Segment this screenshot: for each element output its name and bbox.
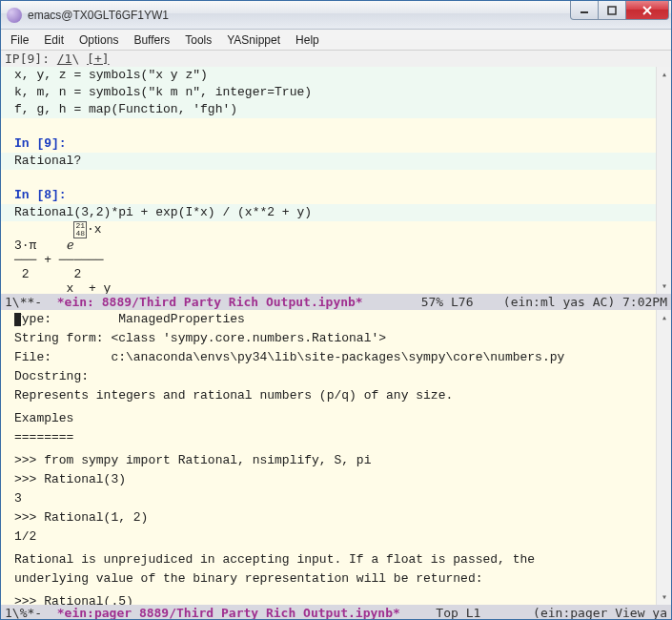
maximize-button[interactable]: [598, 1, 626, 20]
pager-pane[interactable]: Type: ManagedProperties String form: <cl…: [1, 310, 671, 605]
menu-edit[interactable]: Edit: [44, 33, 64, 47]
menu-yasnippet[interactable]: YASnippet: [227, 33, 280, 47]
blank-line: [1, 170, 671, 187]
window-titlebar: emacs@TX0GLT6GF1YW1: [1, 1, 671, 30]
doc-line: String form: <class 'sympy.core.numbers.…: [1, 329, 671, 348]
menu-options[interactable]: Options: [79, 33, 118, 47]
scrollbar[interactable]: ▴ ▾: [656, 310, 671, 605]
cursor: [14, 313, 21, 326]
menu-help[interactable]: Help: [295, 33, 319, 47]
input-prompt: In [9]:: [1, 135, 671, 153]
scrollbar[interactable]: ▴ ▾: [656, 67, 671, 294]
menu-bar: File Edit Options Buffers Tools YASnippe…: [1, 30, 671, 51]
scroll-up-icon[interactable]: ▴: [657, 310, 671, 325]
doc-line: Rational is unprejudiced in accepting in…: [1, 550, 671, 569]
scroll-down-icon[interactable]: ▾: [657, 589, 671, 605]
modeline-info: Top L1 (ein:pager View ya: [414, 606, 667, 620]
minimize-button[interactable]: [570, 1, 599, 20]
menu-file[interactable]: File: [10, 33, 29, 47]
doc-line: Represents integers and rational numbers…: [1, 386, 671, 405]
modeline-status: 1\**-: [5, 295, 57, 309]
code-line: Rational(3,2)*pi + exp(I*x) / (x**2 + y): [1, 204, 671, 221]
buffer-name: *ein:pager 8889/Third Party Rich Output.…: [57, 606, 400, 620]
menu-tools[interactable]: Tools: [185, 33, 212, 47]
modeline-info: 57% L76 (ein:ml yas AC) 7:02PM: [398, 295, 667, 309]
doc-line: >>> Rational(3): [1, 470, 671, 489]
doc-line: Examples: [1, 409, 671, 428]
menu-buffers[interactable]: Buffers: [133, 33, 170, 47]
code-line: x, y, z = symbols("x y z"): [1, 67, 671, 84]
blank-line: [1, 118, 671, 135]
emacs-icon: [7, 8, 22, 23]
notebook-pane[interactable]: x, y, z = symbols("x y z") k, m, n = sym…: [1, 67, 671, 294]
doc-line: Type: ManagedProperties: [1, 310, 671, 329]
scroll-down-icon[interactable]: ▾: [657, 279, 671, 294]
doc-line: 1/2: [1, 527, 671, 547]
doc-line: underlying value of the binary represent…: [1, 569, 671, 589]
output-line: x + y: [1, 281, 671, 294]
scroll-up-icon[interactable]: ▴: [657, 67, 671, 82]
close-button[interactable]: [625, 1, 669, 20]
window-controls: [571, 1, 669, 20]
output-line: 2 2: [1, 267, 671, 281]
doc-line: 3: [1, 489, 671, 508]
doc-line: ========: [1, 428, 671, 447]
doc-line: Docstring:: [1, 367, 671, 386]
tab-add[interactable]: [+]: [87, 52, 109, 66]
doc-line: File: c:\anaconda\envs\py34\lib\site-pac…: [1, 348, 671, 367]
mode-line-top: 1\**- *ein: 8889/Third Party Rich Output…: [1, 294, 671, 310]
workspace: IP[9]: /1\ [+] x, y, z = symbols("x y z"…: [1, 51, 671, 620]
buffer-name: *ein: 8889/Third Party Rich Output.ipynb…: [57, 295, 363, 309]
svg-rect-1: [608, 7, 616, 14]
code-line: Rational?: [1, 153, 671, 170]
output-line: 21 48·x: [1, 221, 671, 238]
doc-line: >>> from sympy import Rational, nsimplif…: [1, 451, 671, 470]
mode-line-bottom: 1\%*- *ein:pager 8889/Third Party Rich O…: [1, 605, 671, 620]
doc-line: >>> Rational(1, 2): [1, 508, 671, 527]
code-line: f, g, h = map(Function, 'fgh'): [1, 101, 671, 118]
modeline-status: 1\%*-: [5, 606, 57, 620]
output-line: ─── + ──────: [1, 253, 671, 267]
code-line: k, m, n = symbols("k m n", integer=True): [1, 84, 671, 101]
input-prompt: In [8]:: [1, 187, 671, 204]
fraction-box: 21 48: [73, 221, 87, 238]
tab-current[interactable]: /1: [57, 52, 72, 66]
window-title: emacs@TX0GLT6GF1YW1: [28, 9, 571, 22]
header-line: IP[9]: /1\ [+]: [1, 51, 671, 67]
doc-line: >>> Rational(.5): [1, 592, 671, 605]
output-line: 3·π ℯ: [1, 238, 671, 253]
